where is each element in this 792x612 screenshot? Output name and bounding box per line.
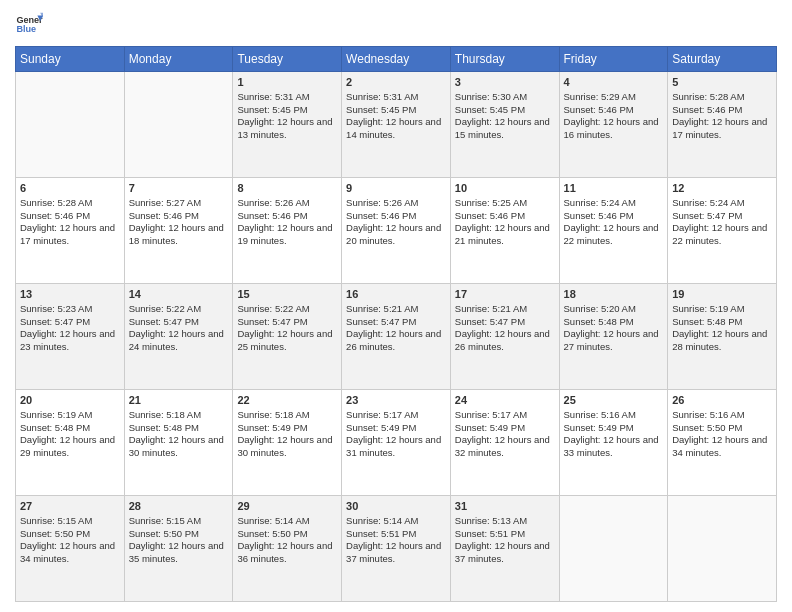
calendar-table: SundayMondayTuesdayWednesdayThursdayFrid… xyxy=(15,46,777,602)
calendar-cell: 13Sunrise: 5:23 AMSunset: 5:47 PMDayligh… xyxy=(16,284,125,390)
calendar-cell: 29Sunrise: 5:14 AMSunset: 5:50 PMDayligh… xyxy=(233,496,342,602)
calendar-cell: 10Sunrise: 5:25 AMSunset: 5:46 PMDayligh… xyxy=(450,178,559,284)
day-info-line: Sunrise: 5:13 AM xyxy=(455,515,555,528)
calendar-cell: 19Sunrise: 5:19 AMSunset: 5:48 PMDayligh… xyxy=(668,284,777,390)
day-info-line: Daylight: 12 hours and 20 minutes. xyxy=(346,222,446,248)
day-info-line: Sunrise: 5:28 AM xyxy=(672,91,772,104)
day-info-line: Sunset: 5:46 PM xyxy=(129,210,229,223)
calendar-cell: 3Sunrise: 5:30 AMSunset: 5:45 PMDaylight… xyxy=(450,72,559,178)
day-info-line: Sunrise: 5:26 AM xyxy=(346,197,446,210)
calendar-cell: 21Sunrise: 5:18 AMSunset: 5:48 PMDayligh… xyxy=(124,390,233,496)
day-info-line: Sunrise: 5:24 AM xyxy=(564,197,664,210)
day-info-line: Sunrise: 5:22 AM xyxy=(129,303,229,316)
calendar-cell: 2Sunrise: 5:31 AMSunset: 5:45 PMDaylight… xyxy=(342,72,451,178)
day-info-line: Daylight: 12 hours and 16 minutes. xyxy=(564,116,664,142)
day-info-line: Sunset: 5:47 PM xyxy=(346,316,446,329)
day-info-line: Sunset: 5:50 PM xyxy=(672,422,772,435)
day-info-line: Daylight: 12 hours and 34 minutes. xyxy=(672,434,772,460)
day-number: 4 xyxy=(564,75,664,90)
calendar-cell: 7Sunrise: 5:27 AMSunset: 5:46 PMDaylight… xyxy=(124,178,233,284)
day-info-line: Sunrise: 5:26 AM xyxy=(237,197,337,210)
day-info-line: Daylight: 12 hours and 30 minutes. xyxy=(237,434,337,460)
calendar-cell: 11Sunrise: 5:24 AMSunset: 5:46 PMDayligh… xyxy=(559,178,668,284)
day-number: 15 xyxy=(237,287,337,302)
day-info-line: Sunrise: 5:19 AM xyxy=(20,409,120,422)
calendar-cell: 22Sunrise: 5:18 AMSunset: 5:49 PMDayligh… xyxy=(233,390,342,496)
day-number: 29 xyxy=(237,499,337,514)
day-number: 20 xyxy=(20,393,120,408)
day-number: 14 xyxy=(129,287,229,302)
day-info-line: Sunrise: 5:22 AM xyxy=(237,303,337,316)
day-number: 1 xyxy=(237,75,337,90)
day-info-line: Sunset: 5:48 PM xyxy=(672,316,772,329)
day-info-line: Daylight: 12 hours and 33 minutes. xyxy=(564,434,664,460)
day-info-line: Daylight: 12 hours and 26 minutes. xyxy=(455,328,555,354)
calendar-cell: 12Sunrise: 5:24 AMSunset: 5:47 PMDayligh… xyxy=(668,178,777,284)
day-info-line: Sunset: 5:51 PM xyxy=(455,528,555,541)
day-info-line: Daylight: 12 hours and 26 minutes. xyxy=(346,328,446,354)
calendar-cell: 28Sunrise: 5:15 AMSunset: 5:50 PMDayligh… xyxy=(124,496,233,602)
day-info-line: Daylight: 12 hours and 23 minutes. xyxy=(20,328,120,354)
calendar-cell: 23Sunrise: 5:17 AMSunset: 5:49 PMDayligh… xyxy=(342,390,451,496)
day-number: 27 xyxy=(20,499,120,514)
day-info-line: Sunset: 5:46 PM xyxy=(455,210,555,223)
day-info-line: Sunset: 5:49 PM xyxy=(455,422,555,435)
day-info-line: Sunset: 5:46 PM xyxy=(346,210,446,223)
day-info-line: Sunrise: 5:16 AM xyxy=(564,409,664,422)
day-number: 21 xyxy=(129,393,229,408)
day-number: 7 xyxy=(129,181,229,196)
day-info-line: Sunrise: 5:30 AM xyxy=(455,91,555,104)
day-info-line: Sunset: 5:46 PM xyxy=(564,104,664,117)
day-info-line: Daylight: 12 hours and 17 minutes. xyxy=(672,116,772,142)
calendar-cell xyxy=(668,496,777,602)
day-info-line: Daylight: 12 hours and 14 minutes. xyxy=(346,116,446,142)
day-number: 18 xyxy=(564,287,664,302)
day-info-line: Daylight: 12 hours and 25 minutes. xyxy=(237,328,337,354)
day-number: 25 xyxy=(564,393,664,408)
day-info-line: Sunrise: 5:14 AM xyxy=(346,515,446,528)
day-info-line: Sunrise: 5:17 AM xyxy=(455,409,555,422)
day-info-line: Sunset: 5:45 PM xyxy=(237,104,337,117)
day-info-line: Sunset: 5:46 PM xyxy=(20,210,120,223)
day-info-line: Sunrise: 5:21 AM xyxy=(455,303,555,316)
col-header-tuesday: Tuesday xyxy=(233,47,342,72)
day-info-line: Daylight: 12 hours and 13 minutes. xyxy=(237,116,337,142)
day-info-line: Sunrise: 5:15 AM xyxy=(20,515,120,528)
day-info-line: Sunrise: 5:21 AM xyxy=(346,303,446,316)
day-number: 31 xyxy=(455,499,555,514)
calendar-cell: 6Sunrise: 5:28 AMSunset: 5:46 PMDaylight… xyxy=(16,178,125,284)
day-info-line: Daylight: 12 hours and 37 minutes. xyxy=(455,540,555,566)
day-info-line: Sunset: 5:51 PM xyxy=(346,528,446,541)
day-number: 8 xyxy=(237,181,337,196)
day-info-line: Sunrise: 5:31 AM xyxy=(346,91,446,104)
col-header-saturday: Saturday xyxy=(668,47,777,72)
calendar-body: 1Sunrise: 5:31 AMSunset: 5:45 PMDaylight… xyxy=(16,72,777,602)
calendar-cell: 5Sunrise: 5:28 AMSunset: 5:46 PMDaylight… xyxy=(668,72,777,178)
day-info-line: Daylight: 12 hours and 35 minutes. xyxy=(129,540,229,566)
calendar-cell xyxy=(559,496,668,602)
day-info-line: Sunset: 5:47 PM xyxy=(237,316,337,329)
day-info-line: Daylight: 12 hours and 29 minutes. xyxy=(20,434,120,460)
day-info-line: Sunrise: 5:24 AM xyxy=(672,197,772,210)
day-info-line: Daylight: 12 hours and 22 minutes. xyxy=(672,222,772,248)
day-info-line: Daylight: 12 hours and 17 minutes. xyxy=(20,222,120,248)
day-info-line: Sunset: 5:50 PM xyxy=(237,528,337,541)
day-number: 24 xyxy=(455,393,555,408)
day-info-line: Daylight: 12 hours and 18 minutes. xyxy=(129,222,229,248)
day-number: 2 xyxy=(346,75,446,90)
calendar-cell: 18Sunrise: 5:20 AMSunset: 5:48 PMDayligh… xyxy=(559,284,668,390)
day-info-line: Daylight: 12 hours and 27 minutes. xyxy=(564,328,664,354)
day-info-line: Daylight: 12 hours and 36 minutes. xyxy=(237,540,337,566)
calendar-cell: 20Sunrise: 5:19 AMSunset: 5:48 PMDayligh… xyxy=(16,390,125,496)
day-info-line: Sunset: 5:47 PM xyxy=(455,316,555,329)
header: General Blue xyxy=(15,10,777,38)
day-info-line: Sunset: 5:48 PM xyxy=(20,422,120,435)
calendar-cell xyxy=(16,72,125,178)
day-info-line: Sunrise: 5:25 AM xyxy=(455,197,555,210)
day-number: 13 xyxy=(20,287,120,302)
calendar-cell xyxy=(124,72,233,178)
calendar-cell: 25Sunrise: 5:16 AMSunset: 5:49 PMDayligh… xyxy=(559,390,668,496)
day-number: 26 xyxy=(672,393,772,408)
day-number: 16 xyxy=(346,287,446,302)
logo: General Blue xyxy=(15,10,49,38)
